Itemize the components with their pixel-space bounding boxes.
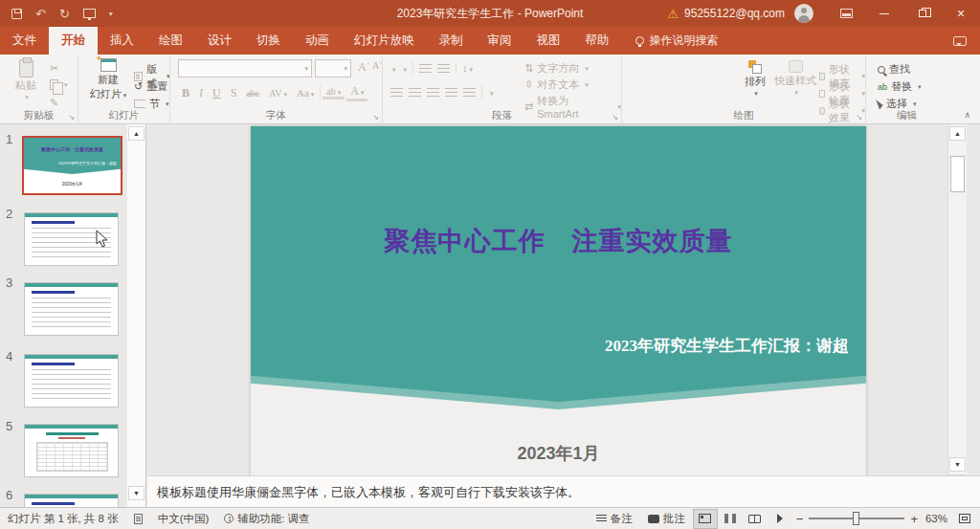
- fit-to-window-button[interactable]: [951, 514, 980, 523]
- tab-design[interactable]: 设计: [195, 27, 244, 55]
- font-dialog-launcher[interactable]: ↘: [372, 113, 379, 121]
- align-right-icon[interactable]: [427, 88, 439, 97]
- zoom-slider-track[interactable]: [809, 518, 904, 519]
- avatar[interactable]: [794, 4, 813, 23]
- restore-button[interactable]: [903, 0, 942, 27]
- arrange-button[interactable]: 排列 ▾: [739, 60, 771, 98]
- redo-icon[interactable]: ↻: [59, 7, 70, 21]
- main-scrollbar[interactable]: ▲ ▼ ▲▲ ▼▼: [947, 124, 967, 507]
- copy-button[interactable]: ▾: [50, 79, 68, 90]
- zoom-out-button[interactable]: −: [796, 512, 804, 526]
- find-button[interactable]: 查找: [878, 62, 910, 77]
- notes-text[interactable]: 模板标题使用华康俪金黑字体，已嵌入本模板，客观可自行下载安装该字体。: [157, 484, 580, 501]
- tab-record[interactable]: 录制: [427, 27, 476, 55]
- slide-date-text[interactable]: 2023年1月: [251, 442, 866, 465]
- tab-transitions[interactable]: 切换: [244, 27, 293, 55]
- slide-thumbnail-panel[interactable]: 1 聚焦中心工作 注重实效质量 2023年研究生学生工作汇报：谢超 2023年1…: [0, 124, 127, 507]
- customize-qat-icon[interactable]: ▾: [109, 10, 113, 18]
- normal-view-button[interactable]: [693, 509, 718, 529]
- change-case-button[interactable]: Aa▾: [293, 87, 318, 99]
- italic-button[interactable]: I: [195, 86, 207, 100]
- text-direction-button[interactable]: ⇅文字方向▾: [524, 61, 589, 76]
- font-color-button[interactable]: A▾: [346, 84, 368, 101]
- undo-icon[interactable]: ↶: [35, 7, 46, 21]
- comments-toggle-button[interactable]: [953, 27, 967, 55]
- columns-button[interactable]: ▾: [488, 86, 494, 98]
- reset-button[interactable]: ↺重置: [134, 79, 167, 94]
- justify-icon[interactable]: [445, 88, 457, 97]
- strikethrough-button[interactable]: abc: [242, 88, 263, 99]
- comments-toggle-button-status[interactable]: 批注: [640, 512, 693, 526]
- replace-button[interactable]: ab替换▾: [878, 79, 922, 94]
- slide-sorter-view-button[interactable]: [718, 509, 743, 529]
- slide-thumbnail-6[interactable]: [24, 494, 119, 507]
- thumbnail-scroll-down-button[interactable]: ▼: [128, 486, 145, 500]
- tab-view[interactable]: 视图: [524, 27, 573, 55]
- slide-thumbnail-1[interactable]: 聚焦中心工作 注重实效质量 2023年研究生学生工作汇报：谢超 2023年1月: [22, 136, 122, 195]
- scrollbar-thumb[interactable]: [950, 156, 965, 192]
- zoom-level[interactable]: 63%: [922, 513, 951, 524]
- slide-thumbnail-5[interactable]: [24, 424, 119, 477]
- slide-canvas[interactable]: 聚焦中心工作 注重实效质量 2023年研究生学生工作汇报：谢超 2023年1月: [251, 126, 866, 475]
- tab-draw[interactable]: 绘图: [146, 27, 195, 55]
- tab-help[interactable]: 帮助: [573, 27, 622, 55]
- tab-slideshow[interactable]: 幻灯片放映: [342, 27, 427, 55]
- zoom-slider-thumb[interactable]: [853, 512, 859, 525]
- numbering-button[interactable]: ▾: [402, 62, 408, 74]
- language-indicator[interactable]: 中文(中国): [150, 512, 217, 526]
- tab-insert[interactable]: 插入: [98, 27, 146, 55]
- paragraph-dialog-launcher[interactable]: ↘: [612, 113, 618, 121]
- decrease-indent-icon[interactable]: [419, 64, 432, 73]
- notes-toggle-button[interactable]: 备注: [589, 512, 640, 526]
- slide-thumbnail-4[interactable]: [24, 354, 119, 408]
- accessibility-checker[interactable]: 辅助功能: 调查: [216, 512, 317, 526]
- align-left-icon[interactable]: [390, 88, 403, 97]
- clipboard-dialog-launcher[interactable]: ↘: [68, 113, 75, 121]
- font-size-combo[interactable]: ▾: [315, 59, 351, 77]
- align-text-button[interactable]: ⇳对齐文本▾: [524, 77, 589, 92]
- tab-animations[interactable]: 动画: [293, 27, 342, 55]
- tab-review[interactable]: 审阅: [476, 27, 524, 55]
- slide-title-text[interactable]: 聚焦中心工作 注重实效质量: [251, 224, 866, 258]
- format-painter-button[interactable]: ✎: [50, 97, 58, 109]
- thumbnail-scroll-up-button[interactable]: ▲: [128, 126, 145, 141]
- save-icon[interactable]: [11, 9, 22, 19]
- scroll-down-button[interactable]: ▼: [949, 457, 966, 472]
- text-shadow-button[interactable]: S: [227, 86, 241, 100]
- increase-indent-icon[interactable]: [437, 64, 450, 73]
- slide-number-indicator[interactable]: 幻灯片 第 1 张, 共 8 张: [0, 512, 126, 526]
- tab-home[interactable]: 开始: [49, 27, 98, 55]
- highlight-color-button[interactable]: ab▾: [323, 86, 345, 99]
- notes-pane[interactable]: 模板标题使用华康俪金黑字体，已嵌入本模板，客观可自行下载安装该字体。: [147, 475, 980, 507]
- close-button[interactable]: ×: [942, 0, 980, 27]
- slide-thumbnail-3[interactable]: [24, 282, 119, 336]
- align-center-icon[interactable]: [409, 88, 421, 97]
- distribute-icon[interactable]: [463, 88, 476, 97]
- slide-subtitle-text[interactable]: 2023年研究生学生工作汇报：谢超: [605, 335, 849, 357]
- drawing-dialog-launcher[interactable]: ↘: [856, 113, 862, 121]
- account-email[interactable]: 95255122@qq.com: [684, 7, 785, 20]
- collapse-ribbon-button[interactable]: ∧: [964, 110, 970, 120]
- minimize-button[interactable]: [865, 0, 903, 27]
- character-spacing-button[interactable]: AV▾: [265, 88, 291, 99]
- ribbon-display-options-button[interactable]: [827, 0, 865, 27]
- quick-styles-button[interactable]: 快速样式 ▾: [773, 60, 817, 97]
- font-name-combo[interactable]: ▾: [178, 59, 312, 77]
- thumbnail-scrollbar[interactable]: ▲ ▼: [127, 124, 146, 507]
- new-slide-button[interactable]: 新建 幻灯片▾: [86, 58, 130, 99]
- slideshow-view-button[interactable]: [768, 509, 792, 529]
- reading-view-button[interactable]: [743, 509, 768, 529]
- line-spacing-button[interactable]: ↕▾: [462, 62, 473, 74]
- bullets-button[interactable]: ▾: [390, 62, 396, 74]
- zoom-in-button[interactable]: +: [910, 512, 918, 526]
- bold-button[interactable]: B: [178, 86, 193, 100]
- underline-button[interactable]: U: [209, 86, 225, 100]
- cut-button[interactable]: ✂: [50, 62, 58, 75]
- new-slide-label-line2: 幻灯片▾: [90, 88, 127, 100]
- spell-check-button[interactable]: [126, 514, 150, 524]
- start-slideshow-icon[interactable]: [83, 9, 96, 18]
- tab-file[interactable]: 文件: [0, 27, 49, 55]
- scroll-up-button[interactable]: ▲: [949, 126, 966, 141]
- paste-button[interactable]: 粘贴 ▾: [8, 59, 44, 101]
- tell-me-search[interactable]: 操作说明搜索: [626, 27, 728, 55]
